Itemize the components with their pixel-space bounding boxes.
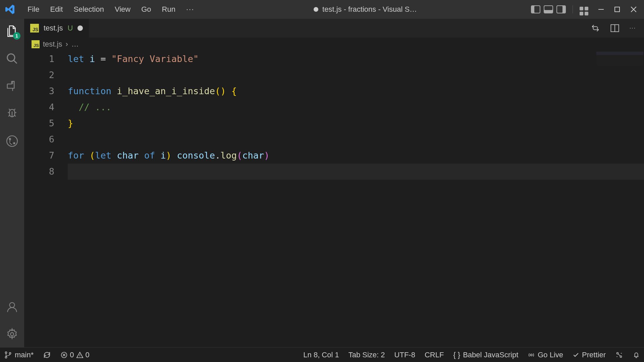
line-number: 3 <box>24 83 54 99</box>
settings-gear-icon[interactable] <box>6 328 18 341</box>
svg-point-5 <box>10 303 15 308</box>
tab-dirty-close-icon[interactable] <box>77 25 83 31</box>
code-content[interactable]: let i = "Fancy Variable" function i_have… <box>68 51 644 180</box>
sb-cursor-position[interactable]: Ln 8, Col 1 <box>303 351 339 359</box>
close-icon[interactable] <box>630 6 637 13</box>
search-icon[interactable] <box>6 52 18 65</box>
line-number: 7 <box>24 147 54 164</box>
svg-point-14 <box>620 356 622 357</box>
sb-ports-icon[interactable] <box>615 351 623 359</box>
svg-point-1 <box>7 54 15 61</box>
sb-prettier-label: Prettier <box>582 351 606 359</box>
tab-git-status: U <box>67 24 73 33</box>
extensions-icon[interactable] <box>6 80 18 93</box>
customize-layout-icon[interactable] <box>580 7 588 15</box>
svg-point-4 <box>13 142 15 144</box>
tab-bar: JS test.js U ··· <box>24 19 644 38</box>
javascript-file-icon: JS <box>32 40 40 48</box>
line-gutter: 1 2 3 4 5 6 7 8 <box>24 51 68 180</box>
svg-point-9 <box>5 356 7 358</box>
line-number: 5 <box>24 115 54 131</box>
svg-point-10 <box>9 352 11 354</box>
source-control-graph-icon[interactable] <box>6 135 18 147</box>
svg-point-12 <box>531 354 533 356</box>
svg-point-13 <box>617 352 619 354</box>
svg-rect-0 <box>615 7 620 12</box>
sb-language-label: Babel JavaScript <box>463 351 518 359</box>
svg-point-3 <box>9 138 11 140</box>
chevron-right-icon: › <box>65 40 68 49</box>
more-actions-icon[interactable]: ··· <box>630 25 636 31</box>
line-number: 2 <box>24 67 54 83</box>
svg-point-2 <box>7 136 17 146</box>
javascript-file-icon: JS <box>30 24 39 33</box>
braces-icon: { } <box>453 351 460 359</box>
sb-problems[interactable]: 0 0 <box>60 351 90 359</box>
window-title: test.js - fractions - Visual S… <box>200 5 531 14</box>
sb-warning-count: 0 <box>86 351 90 359</box>
svg-point-8 <box>5 352 7 353</box>
compare-changes-icon[interactable] <box>591 23 600 33</box>
menu-view[interactable]: View <box>109 5 136 14</box>
menu-edit[interactable]: Edit <box>45 5 68 14</box>
menu-go[interactable]: Go <box>136 5 156 14</box>
sb-tab-size[interactable]: Tab Size: 2 <box>348 351 385 359</box>
menu-run[interactable]: Run <box>157 5 181 14</box>
explorer-icon[interactable]: 1 <box>6 25 18 38</box>
sb-language-mode[interactable]: { } Babel JavaScript <box>453 351 518 359</box>
sb-encoding[interactable]: UTF-8 <box>394 351 415 359</box>
sb-go-live[interactable]: Go Live <box>528 351 563 359</box>
breadcrumb[interactable]: JS test.js › … <box>24 38 644 51</box>
menu-selection[interactable]: Selection <box>68 5 109 14</box>
tab-test-js[interactable]: JS test.js U <box>24 19 89 38</box>
line-number: 4 <box>24 99 54 115</box>
minimize-icon[interactable] <box>598 6 604 13</box>
breadcrumb-symbol[interactable]: … <box>71 40 79 49</box>
sb-notifications-icon[interactable] <box>633 351 640 359</box>
status-bar: main* 0 0 Ln 8, Col 1 Tab Size: 2 UTF-8 … <box>0 347 644 362</box>
toggle-panel-icon[interactable] <box>544 5 553 13</box>
maximize-icon[interactable] <box>614 6 621 13</box>
breadcrumb-file[interactable]: test.js <box>43 40 62 49</box>
split-editor-icon[interactable] <box>610 23 620 33</box>
sb-branch[interactable]: main* <box>4 351 34 359</box>
tab-filename: test.js <box>44 24 63 33</box>
title-bar: File Edit Selection View Go Run ··· test… <box>0 0 644 19</box>
window-title-text: test.js - fractions - Visual S… <box>322 5 417 14</box>
sb-error-count: 0 <box>70 351 74 359</box>
minimap[interactable] <box>596 52 643 66</box>
sb-branch-name: main* <box>15 351 34 359</box>
sb-prettier[interactable]: Prettier <box>573 351 606 359</box>
line-number: 6 <box>24 131 54 147</box>
sb-eol[interactable]: CRLF <box>425 351 444 359</box>
accounts-icon[interactable] <box>6 301 18 313</box>
sb-go-live-label: Go Live <box>538 351 563 359</box>
toggle-secondary-sidebar-icon[interactable] <box>556 5 566 13</box>
menu-file[interactable]: File <box>22 5 45 14</box>
editor-group: JS test.js U ··· JS test.js › … 1 2 3 4 <box>24 19 644 347</box>
layout-controls <box>531 5 573 13</box>
toggle-primary-sidebar-icon[interactable] <box>531 5 540 13</box>
line-number: 1 <box>24 51 54 67</box>
line-number: 8 <box>24 164 54 180</box>
activity-bar: 1 <box>0 19 24 347</box>
sb-sync-icon[interactable] <box>43 351 51 359</box>
svg-point-6 <box>10 333 14 336</box>
debug-icon[interactable] <box>6 107 18 120</box>
explorer-badge: 1 <box>13 32 20 40</box>
dirty-indicator-icon <box>314 7 318 12</box>
menu-overflow-icon[interactable]: ··· <box>181 5 200 14</box>
vscode-logo-icon <box>5 4 15 15</box>
code-editor[interactable]: 1 2 3 4 5 6 7 8 let i = "Fancy Variable"… <box>24 51 644 347</box>
